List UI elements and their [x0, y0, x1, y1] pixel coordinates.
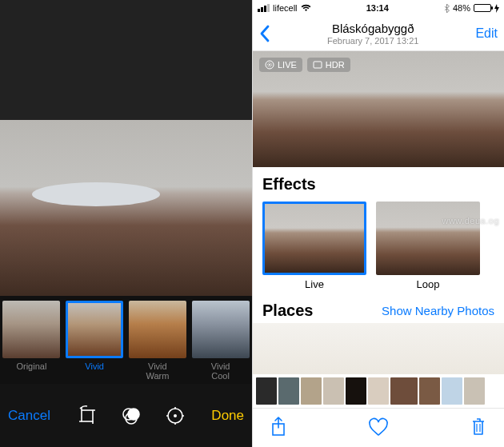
nav-bar: Bláskógabyggð February 7, 2017 13:21 Edi…	[253, 16, 504, 51]
filter-thumb	[2, 301, 60, 358]
scrubber-thumb[interactable]	[464, 377, 485, 405]
effect-label: Live	[305, 278, 324, 290]
wifi-icon	[301, 4, 311, 12]
adjust-icon[interactable]	[165, 405, 186, 426]
scrubber-thumb[interactable]	[346, 377, 366, 405]
filter-original[interactable]: Original	[0, 301, 63, 384]
battery-icon	[474, 4, 491, 12]
location-title: Bláskógabyggð	[270, 22, 475, 35]
charging-icon	[494, 4, 499, 13]
effects-section: Effects	[253, 167, 504, 197]
svg-rect-9	[314, 62, 322, 68]
scrubber-thumb[interactable]	[419, 377, 440, 405]
bluetooth-icon	[444, 4, 450, 13]
editor-toolbar: Cancel	[0, 384, 252, 447]
editor-top-blank	[0, 0, 252, 120]
effect-loop[interactable]: Loop	[376, 202, 480, 290]
filter-thumb	[66, 301, 123, 358]
nav-title: Bláskógabyggð February 7, 2017 13:21	[270, 22, 475, 46]
filter-thumb	[192, 301, 250, 358]
live-badge-label: LIVE	[278, 60, 297, 70]
hdr-badge: HDR	[307, 58, 350, 72]
places-heading: Places	[262, 301, 313, 320]
edit-button[interactable]: Edit	[475, 26, 498, 41]
scrubber-thumb[interactable]	[256, 377, 277, 405]
status-time: 13:14	[366, 3, 389, 13]
svg-rect-0	[82, 410, 93, 421]
heart-icon[interactable]	[368, 417, 389, 437]
filter-thumb	[129, 301, 186, 358]
filters-icon[interactable]	[120, 405, 142, 427]
trash-icon[interactable]	[470, 417, 486, 437]
crop-rotate-icon[interactable]	[77, 405, 98, 426]
thumbnail-scrubber[interactable]	[253, 374, 504, 408]
battery-pct: 48%	[453, 3, 470, 13]
effect-thumb	[376, 202, 480, 275]
effect-label: Loop	[417, 278, 440, 290]
filter-vivid-warm[interactable]: Vivid Warm	[126, 301, 190, 384]
editor-photo-preview[interactable]	[0, 120, 252, 296]
filter-label: Vivid Warm	[146, 361, 169, 381]
effects-row: Live Loop	[253, 197, 504, 297]
watermark: www.deua.og	[442, 216, 499, 225]
filter-strip: Original Vivid Vivid Warm Vivid Cool	[0, 296, 252, 384]
cancel-button[interactable]: Cancel	[8, 408, 50, 424]
filter-label: Vivid	[85, 361, 104, 381]
carrier-label: lifecell	[273, 3, 298, 13]
live-badge: LIVE	[259, 58, 302, 72]
scrubber-thumb[interactable]	[301, 377, 322, 405]
effects-heading: Effects	[262, 175, 494, 194]
svg-point-5	[174, 414, 177, 417]
effect-thumb	[262, 202, 366, 275]
filter-vivid[interactable]: Vivid	[63, 301, 126, 384]
svg-point-2	[128, 409, 139, 420]
back-button[interactable]	[259, 25, 270, 42]
show-nearby-link[interactable]: Show Nearby Photos	[382, 304, 494, 317]
date-subtitle: February 7, 2017 13:21	[270, 36, 475, 46]
bottom-toolbar	[253, 408, 504, 445]
scrubber-thumb[interactable]	[278, 377, 299, 405]
filter-vivid-cool[interactable]: Vivid Cool	[189, 301, 252, 384]
filter-label: Original	[16, 361, 46, 381]
svg-point-8	[269, 64, 270, 66]
detail-photo[interactable]: LIVE HDR	[253, 51, 504, 167]
filter-label: Vivid Cool	[211, 361, 230, 381]
photo-editor: Original Vivid Vivid Warm Vivid Cool Can…	[0, 0, 252, 447]
scrubber-thumb[interactable]	[390, 377, 418, 405]
effect-live[interactable]: Live	[262, 202, 366, 290]
done-button[interactable]: Done	[211, 408, 244, 424]
scrubber-thumb[interactable]	[368, 377, 389, 405]
hdr-badge-label: HDR	[326, 60, 345, 70]
status-bar: lifecell 13:14 48%	[253, 0, 504, 16]
scrubber-thumb[interactable]	[323, 377, 344, 405]
share-icon[interactable]	[270, 417, 286, 437]
places-section: Places Show Nearby Photos	[253, 297, 504, 323]
scrubber-thumb[interactable]	[442, 377, 462, 405]
map-preview[interactable]	[253, 323, 504, 374]
signal-icon	[258, 4, 270, 12]
